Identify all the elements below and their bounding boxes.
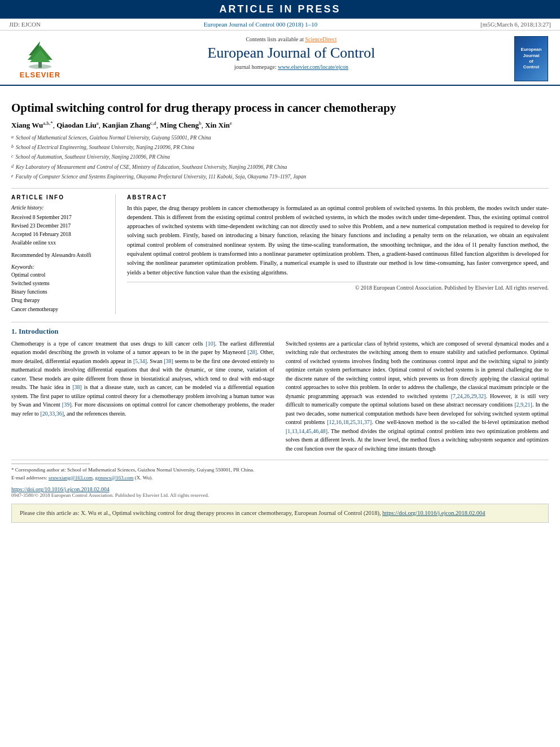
introduction-two-col: Chemotherapy is a type of cancer treatme… (11, 339, 549, 453)
affil-e: e Faculty of Computer Science and System… (11, 173, 549, 182)
elsevier-text: ELSEVIER (20, 71, 60, 79)
journal-header: ELSEVIER Contents lists available at Sci… (0, 30, 560, 86)
header-bar: JID: EJCON European Journal of Control 0… (0, 19, 560, 30)
revised-date: Revised 23 December 2017 (11, 222, 108, 230)
keywords-title: Keywords: (11, 264, 108, 270)
article-info-label: ARTICLE INFO (11, 194, 108, 200)
keyword-drug-therapy: Drug therapy (11, 296, 108, 305)
author-kanjian-zhang: Kanjian Zhang (102, 121, 150, 130)
main-content: Optimal switching control for drug thera… (0, 86, 560, 528)
citation-text: Please cite this article as: X. Wu et al… (20, 510, 381, 516)
abstract-column: ABSTRACT In this paper, the drug therapy… (127, 194, 549, 314)
authors-line: Xiang Wua,b,*, Qiaodan Liua, Kanjian Zha… (11, 120, 549, 130)
ref-12-16-18-25-31-37[interactable]: [12,16,18,25,31,37] (327, 419, 371, 425)
article-info-column: ARTICLE INFO Article history: Received 8… (11, 194, 116, 314)
received-date: Received 8 September 2017 (11, 213, 108, 222)
introduction-right-col: Switched systems are a particular class … (286, 339, 549, 453)
author-ming-cheng: Ming Cheng (160, 121, 199, 130)
ref-28[interactable]: [28] (248, 349, 257, 355)
journal-ref[interactable]: European Journal of Control 000 (2018) 1… (204, 21, 318, 28)
ref-10[interactable]: [10] (205, 340, 215, 347)
recommended-by: Recommended by Alessandro Astolfi (11, 251, 108, 260)
introduction-left-col: Chemotherapy is a type of cancer treatme… (11, 339, 274, 453)
sciencedirect-link[interactable]: ScienceDirect (305, 36, 336, 42)
ref-7-24-26-29-32[interactable]: [7,24,26,29,32] (451, 393, 486, 399)
author-xiang-wu: Xiang Wu (11, 121, 43, 130)
ref-2-9-21[interactable]: [2,9,21] (514, 401, 532, 408)
ref-20-33-36[interactable]: [20,33,36] (40, 410, 64, 417)
homepage-link[interactable]: www.elsevier.com/locate/ejcon (278, 64, 348, 70)
svg-point-4 (29, 64, 51, 69)
accepted-date: Accepted 16 February 2018 (11, 230, 108, 239)
affiliations: a School of Mathematical Sciences, Guizh… (11, 134, 549, 182)
doi-section: https://doi.org/10.1016/j.ejcon.2018.02.… (11, 486, 549, 498)
introduction-section: 1. Introduction Chemotherapy is a type o… (11, 322, 549, 453)
issn-line: 0947-3580/© 2018 European Control Associ… (11, 492, 549, 498)
article-history: Article history: Received 8 September 20… (11, 204, 108, 260)
footnote-divider (11, 464, 90, 464)
meta-info: [m5G;March 6, 2018;13:27] (480, 21, 551, 28)
ref-1-13-14-45-46-48[interactable]: [1,13,14,45,46,48] (286, 428, 327, 434)
keyword-binary-functions: Binary functions (11, 288, 108, 296)
affil-a: a School of Mathematical Sciences, Guizh… (11, 134, 549, 143)
keyword-switched-systems: Switched systems (11, 279, 108, 288)
footnotes: * Corresponding author at: School of Mat… (11, 460, 549, 482)
abstract-text: In this paper, the drug therapy problem … (127, 204, 549, 277)
keyword-cancer-chemotherapy: Cancer chemotherapy (11, 305, 108, 314)
sciencedirect-note: Contents lists available at ScienceDirec… (79, 36, 504, 42)
doi-line: https://doi.org/10.1016/j.ejcon.2018.02.… (11, 486, 549, 492)
journal-center: Contents lists available at ScienceDirec… (79, 36, 504, 81)
article-title: Optimal switching control for drug thera… (11, 101, 549, 116)
author-qiaodan-liu: Qiaodan Liu (56, 121, 96, 130)
elsevier-logo: ELSEVIER (9, 36, 71, 81)
article-info-abstract-section: ARTICLE INFO Article history: Received 8… (11, 188, 549, 314)
doi-link[interactable]: https://doi.org/10.1016/j.ejcon.2018.02.… (11, 486, 110, 492)
elsevier-tree-icon (18, 38, 63, 69)
citation-bar: Please cite this article as: X. Wu et al… (11, 504, 549, 523)
abstract-label: ABSTRACT (127, 194, 549, 200)
journal-thumb: EuropeanJournalofControl (511, 36, 551, 81)
article-in-press-banner: ARTICLE IN PRESS (0, 0, 560, 19)
ref-38b[interactable]: [38] (72, 384, 82, 390)
affil-c: c School of Automation, Southeast Univer… (11, 153, 549, 162)
jid-label: JID: EJCON (9, 21, 41, 28)
journal-cover-thumbnail: EuropeanJournalofControl (514, 36, 548, 81)
copyright-line: © 2018 European Control Association. Pub… (127, 282, 549, 291)
keyword-optimal-control: Optimal control (11, 271, 108, 279)
ref-5-34[interactable]: [5,34] (133, 358, 147, 364)
citation-doi-link[interactable]: https://doi.org/10.1016/j.ejcon.2018.02.… (382, 510, 485, 516)
history-title: Article history: (11, 204, 108, 212)
affil-b: b School of Electrical Engineering, Sout… (11, 143, 549, 152)
available-online: Available online xxx (11, 239, 108, 247)
introduction-heading: 1. Introduction (11, 327, 549, 336)
email-link-1[interactable]: seuwxiang@163.com (49, 475, 93, 480)
affil-d: d Key Laboratory of Measurement and Cont… (11, 163, 549, 172)
ref-38a[interactable]: [38] (164, 358, 173, 364)
corresponding-author-note: * Corresponding author at: School of Mat… (11, 466, 549, 474)
keywords-section: Keywords: Optimal control Switched syste… (11, 264, 108, 314)
author-xin-xin: Xin Xin (205, 121, 230, 130)
banner-text: ARTICLE IN PRESS (219, 3, 340, 15)
homepage-note: journal homepage: www.elsevier.com/locat… (79, 64, 504, 70)
ref-39[interactable]: [39] (62, 401, 72, 408)
email-addresses: E-mail addresses: seuwxiang@163.com, gzn… (11, 474, 549, 482)
email-link-2[interactable]: gznuwx@163.com (95, 475, 134, 480)
journal-title-main: European Journal of Control (79, 45, 504, 62)
